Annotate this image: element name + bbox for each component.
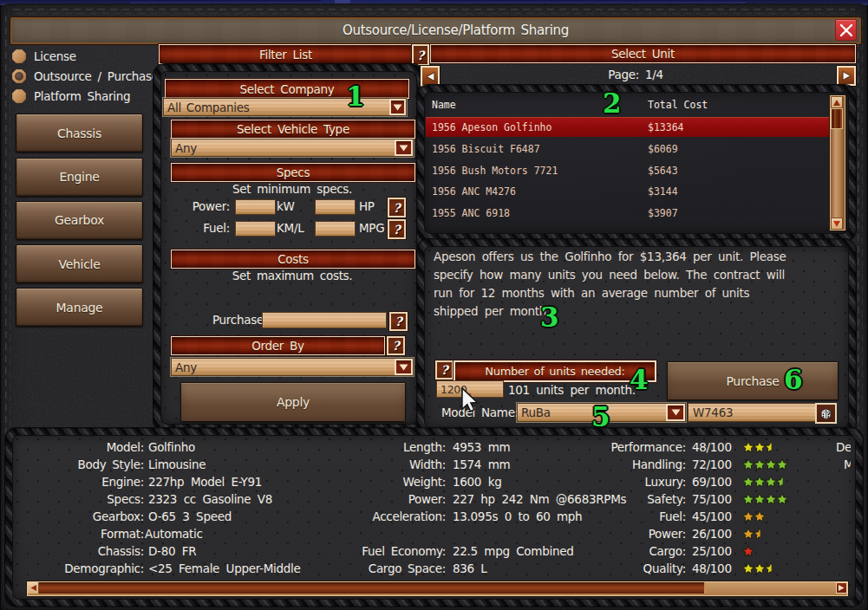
rating-value: 45/100 [692,508,732,525]
company-combobox-value: All Companies [164,101,249,114]
cell-name: 1956 Bush Motors 7721 [432,160,558,182]
table-row[interactable]: 1955 ANC 6918 $3907 [426,203,829,224]
nav-button-vehicle-label: Vehicle [59,257,101,271]
units-per-month-label: 101 units per month. [508,383,636,397]
fuel-help-button[interactable]: ? [388,219,406,239]
table-scrollbar[interactable] [830,95,845,230]
random-name-button[interactable] [815,403,837,424]
mode-row-license[interactable]: License [12,49,76,64]
detail-label: Body Style: [13,456,144,473]
filter-list-header: Filter List [159,44,413,64]
cell-cost: $3144 [648,181,678,203]
apply-button[interactable]: Apply [180,382,406,422]
annotation-3: 3 [540,304,558,331]
purchase-cost-help-button[interactable]: ? [389,312,408,331]
vehicle-type-combobox-arrow[interactable] [395,140,413,156]
company-combobox[interactable]: All Companies [163,98,407,116]
details-hscrollbar[interactable] [27,581,848,596]
scroll-left-button[interactable] [28,582,39,594]
select-unit-header-label: Select Unit [611,47,675,61]
specs-header-label: Specs [277,165,310,179]
order-by-combobox-value: Any [172,360,197,374]
order-by-combobox-arrow[interactable] [395,359,413,375]
select-vehicle-type-header: Select Vehicle Type [171,120,415,139]
close-icon [838,22,855,39]
company-combobox-arrow[interactable] [389,99,406,115]
filter-list-header-label: Filter List [259,48,312,62]
nav-button-gearbox[interactable]: Gearbox [16,201,143,240]
hp-unit-label: HP [359,199,375,213]
scroll-right-button[interactable] [836,582,847,594]
rating-value: 69/100 [692,473,732,490]
specs-header: Specs [171,163,415,182]
scroll-up-button[interactable] [831,96,843,108]
model-name-combobox-arrow[interactable] [666,404,685,421]
detail-value: O-65 3 Speed [148,508,232,525]
purchase-cost-label: Purchase [212,313,264,327]
order-by-header: Order By [171,336,385,355]
page-next-button[interactable] [837,66,856,86]
detail-value: 1574 mm [453,456,510,473]
units-needed-header-label: Number of units needed: [485,365,624,378]
detail-label: Length: [273,438,446,456]
purchase-cost-input[interactable] [262,312,387,328]
rating-label: Performance: [533,438,686,456]
fuel-mpg-input[interactable] [315,221,356,237]
trim-name-input[interactable]: W7463 [688,403,816,422]
units-help-button[interactable]: ? [435,360,454,380]
detail-row: Gearbox: O-65 3 Speed Acceleration: 13.0… [13,508,851,525]
table-row[interactable]: 1956 ANC M4276 $3144 [426,181,829,203]
radio-platform-sharing[interactable] [12,89,26,103]
rating-label: Quality: [533,560,686,577]
annotation-2: 2 [603,90,621,117]
mode-row-outsource[interactable]: Outsource / Purchase [12,69,159,84]
nav-button-engine-label: Engine [59,170,99,184]
power-help-button[interactable]: ? [388,198,406,217]
purchase-button[interactable]: Purchase [667,361,839,400]
question-mark-icon: ? [417,49,424,62]
filter-list-help-button[interactable]: ? [412,44,429,66]
power-hp-input[interactable] [315,199,356,215]
fuel-kml-input[interactable] [235,221,276,237]
detail-value: 4953 mm [453,438,510,456]
cell-cost: $3907 [648,203,678,224]
order-by-combobox[interactable]: Any [171,358,414,376]
table-row[interactable]: 1956 Biscuit F6487 $6069 [426,139,829,160]
hscrollbar-thumb[interactable] [39,582,706,594]
scrollbar-thumb[interactable] [831,108,843,129]
mode-row-platform[interactable]: Platform Sharing [12,89,130,104]
detail-value: Automatic [145,525,203,542]
annotation-6: 6 [784,367,802,393]
model-name-combobox-value: RuBa [518,406,551,419]
detail-row: Chassis: D-80 FR Fuel Economy: 22.5 mpg … [13,542,851,560]
question-mark-icon: ? [393,339,400,353]
table-row[interactable]: 1956 Apeson Golfinho $13364 [426,118,829,137]
arrow-right-icon [841,70,852,81]
scroll-down-button[interactable] [831,217,843,230]
radio-license[interactable] [12,49,26,63]
order-by-help-button[interactable]: ? [387,336,405,355]
column-header-name: Name [432,94,456,116]
detail-value: D-80 FR [148,542,196,560]
vehicle-details: Model: Golfinho Length: 4953 mm Performa… [13,438,851,577]
radio-license-label: License [34,49,76,63]
nav-button-engine[interactable]: Engine [16,158,143,197]
page-indicator: Page: 1/4 [608,68,663,81]
detail-label: Chassis: [13,542,144,560]
arrow-left-icon [29,584,37,592]
close-button[interactable] [835,19,857,41]
power-kw-input[interactable] [235,199,276,215]
detail-row: Model: Golfinho Length: 4953 mm Performa… [13,438,851,456]
vehicle-type-combobox[interactable]: Any [171,139,414,157]
detail-label: Weight: [273,473,446,490]
nav-button-vehicle[interactable]: Vehicle [16,244,143,283]
detail-label: Fuel Economy: [273,542,446,560]
rating-label: Fuel: [533,508,686,525]
rating-label: Power: [533,525,686,542]
nav-button-manage[interactable]: Manage [16,288,143,327]
detail-label: Format: [13,525,144,542]
table-row[interactable]: 1956 Bush Motors 7721 $5643 [426,160,829,182]
power-label: Power: [160,199,230,213]
radio-outsource-purchase[interactable] [12,69,26,83]
nav-button-chassis[interactable]: Chassis [16,114,143,152]
